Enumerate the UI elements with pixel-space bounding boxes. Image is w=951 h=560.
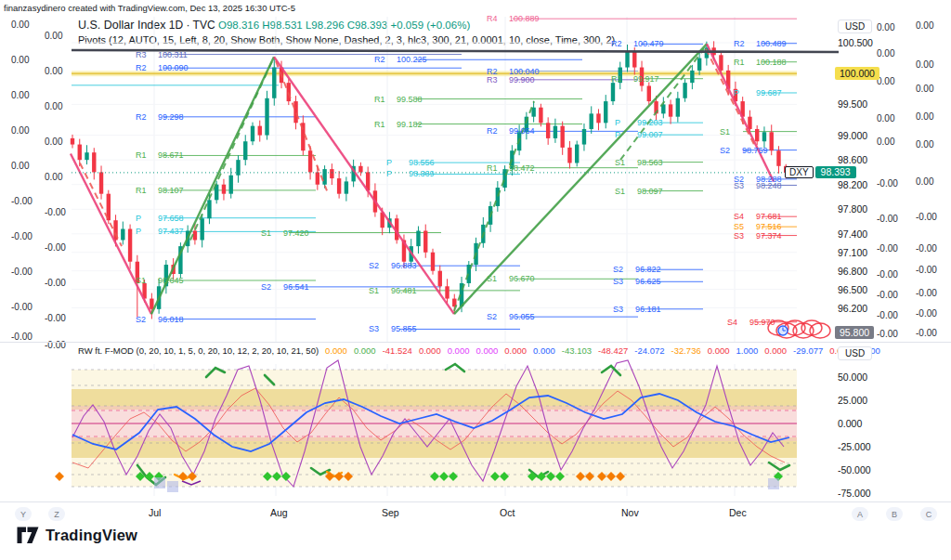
price-scale-currency-button[interactable]: USD: [838, 20, 872, 33]
time-axis-button-z[interactable]: Z: [48, 507, 65, 521]
tradingview-wordmark: TradingView: [46, 527, 137, 544]
corner-button-a[interactable]: A: [852, 507, 868, 521]
time-axis-month[interactable]: Sep: [382, 507, 399, 518]
last-price-row: DXY 98.393: [785, 166, 856, 178]
low-price-badge: 95.800: [835, 326, 874, 339]
time-axis-month[interactable]: Aug: [270, 507, 288, 518]
time-axis-month[interactable]: Oct: [500, 507, 515, 518]
corner-button-c[interactable]: C: [920, 507, 937, 521]
tradingview-logo[interactable]: TradingView: [17, 527, 137, 544]
time-axis-month[interactable]: Jul: [149, 507, 161, 518]
chart-canvas[interactable]: [0, 0, 951, 560]
time-axis-month[interactable]: Dec: [729, 507, 747, 518]
corner-button-b[interactable]: B: [886, 507, 903, 521]
time-axis-month[interactable]: Nov: [621, 507, 639, 518]
time-axis-button-y[interactable]: Y: [15, 507, 32, 521]
symbol-badge: DXY: [785, 166, 814, 178]
osc-scale-currency-button[interactable]: USD: [838, 346, 872, 360]
last-price-badge: 98.393: [815, 166, 856, 178]
time-axis-separator: [0, 501, 951, 502]
tradingview-chart-window: { "attribution": "finanzasydinero create…: [0, 0, 951, 560]
price-highlight-badge: 100.000: [835, 67, 879, 80]
pane-separator[interactable]: [0, 342, 951, 343]
tradingview-logo-icon: [17, 527, 39, 544]
